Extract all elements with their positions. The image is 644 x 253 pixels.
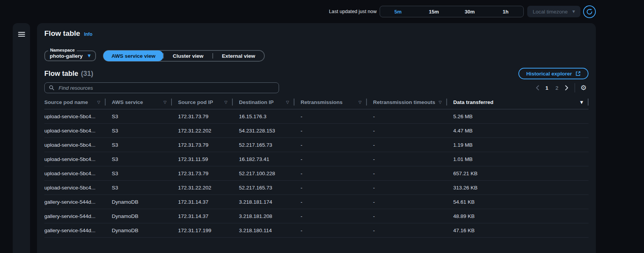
namespace-select[interactable]: Namespace photo-gallery ▼	[44, 50, 96, 61]
table-row[interactable]: upload-service-5bc4...S3172.31.11.5916.1…	[44, 152, 589, 166]
cell-source-pod-name: upload-service-5bc4...	[44, 156, 112, 162]
column-resize-handle[interactable]	[366, 99, 367, 106]
column-header-data-transferred[interactable]: Data transferred▼	[453, 99, 589, 106]
table-row[interactable]: upload-service-5bc4...S3172.31.73.7916.1…	[44, 109, 589, 124]
external-link-icon	[575, 71, 581, 76]
table-row[interactable]: upload-service-5bc4...S3172.31.22.20252.…	[44, 181, 589, 195]
column-resize-handle[interactable]	[588, 99, 589, 106]
column-header-source-pod-name[interactable]: Source pod name▽	[44, 99, 112, 106]
filter-icon[interactable]: ▽	[439, 100, 442, 104]
panel-header: Flow table Info	[44, 29, 589, 38]
cell-destination-ip: 16.182.73.41	[239, 156, 301, 162]
search-input[interactable]	[58, 85, 274, 91]
cell-retransmissions: -	[301, 213, 373, 219]
table-header-row: Source pod name▽AWS service▽Source pod I…	[44, 99, 589, 109]
cell-retransmission-timeouts: -	[373, 228, 453, 233]
table-row[interactable]: upload-service-5bc4...S3172.31.73.7952.2…	[44, 166, 589, 181]
time-range-30m[interactable]: 30m	[452, 6, 488, 17]
cell-source-pod-name: upload-service-5bc4...	[44, 185, 112, 191]
menu-icon	[18, 32, 25, 37]
cell-source-pod-ip: 172.31.14.37	[178, 199, 239, 205]
column-header-retransmissions[interactable]: Retransmissions▽	[301, 99, 373, 106]
filter-icon[interactable]: ▽	[224, 100, 227, 104]
cell-data-transferred: 48.89 KB	[453, 213, 589, 219]
timezone-label: Local timezone	[533, 9, 568, 15]
cell-destination-ip: 16.15.176.3	[239, 114, 301, 119]
column-resize-handle[interactable]	[232, 99, 233, 106]
column-header-source-pod-ip[interactable]: Source pod IP▽	[178, 99, 239, 106]
search-box	[44, 82, 279, 93]
cell-source-pod-ip: 172.31.14.37	[178, 213, 239, 219]
chevron-right-icon	[565, 85, 568, 90]
table-count: (31)	[81, 70, 93, 78]
cell-destination-ip: 52.217.100.228	[239, 171, 301, 176]
previous-page-button[interactable]	[533, 83, 542, 92]
table-row[interactable]: gallery-service-544d...DynamoDB172.31.14…	[44, 195, 589, 209]
filter-icon[interactable]: ▽	[358, 100, 362, 104]
menu-button[interactable]	[17, 30, 26, 39]
table-row[interactable]: gallery-service-544d...DynamoDB172.31.17…	[44, 223, 589, 238]
table-row[interactable]: upload-service-5bc4...S3172.31.22.20254.…	[44, 124, 589, 138]
cell-retransmission-timeouts: -	[373, 128, 453, 134]
cell-source-pod-ip: 172.31.73.79	[178, 171, 239, 176]
cell-source-pod-ip: 172.31.73.79	[178, 114, 239, 119]
cell-source-pod-name: upload-service-5bc4...	[44, 142, 112, 148]
timezone-select[interactable]: Local timezone ▼	[527, 6, 580, 17]
page-1-button[interactable]: 1	[542, 83, 552, 93]
cell-retransmission-timeouts: -	[373, 114, 453, 119]
top-bar: Last updated just now 5m15m30m1h Local t…	[0, 0, 644, 23]
cell-source-pod-ip: 172.31.73.79	[178, 142, 239, 148]
column-header-retransmission-timeouts[interactable]: Retransmission timeouts▽	[373, 99, 453, 106]
page-2-button[interactable]: 2	[552, 83, 562, 93]
cell-aws-service: S3	[112, 171, 178, 176]
cell-retransmissions: -	[301, 171, 373, 176]
refresh-button[interactable]	[583, 5, 596, 18]
refresh-icon	[586, 8, 593, 15]
cell-retransmission-timeouts: -	[373, 171, 453, 176]
column-header-aws-service[interactable]: AWS service▽	[112, 99, 178, 106]
filter-icon[interactable]: ▽	[286, 100, 289, 104]
view-tab-external-view[interactable]: External view	[213, 50, 264, 61]
view-toggle: AWS service viewCluster viewExternal vie…	[103, 50, 265, 62]
namespace-label: Namespace	[48, 48, 77, 52]
view-tab-cluster-view[interactable]: Cluster view	[164, 50, 212, 61]
namespace-caret-icon: ▼	[88, 54, 91, 58]
table-body: upload-service-5bc4...S3172.31.73.7916.1…	[44, 109, 589, 238]
time-range-1h[interactable]: 1h	[488, 6, 523, 17]
cell-retransmissions: -	[301, 228, 373, 233]
page-title: Flow table	[44, 29, 80, 38]
table-row[interactable]: gallery-service-544d...DynamoDB172.31.14…	[44, 209, 589, 223]
cell-source-pod-name: upload-service-5bc4...	[44, 128, 112, 134]
historical-explorer-button[interactable]: Historical explorer	[518, 68, 589, 79]
sort-descending-icon[interactable]: ▼	[580, 100, 583, 104]
table-toolbar: 12 ⚙	[44, 82, 589, 93]
time-range-15m[interactable]: 15m	[416, 6, 452, 17]
pagination: 12 ⚙	[533, 83, 589, 93]
cell-source-pod-name: upload-service-5bc4...	[44, 114, 112, 119]
info-link[interactable]: Info	[84, 32, 92, 37]
column-resize-handle[interactable]	[171, 99, 172, 106]
cell-data-transferred: 313.26 KB	[453, 185, 589, 191]
cell-source-pod-name: gallery-service-544d...	[44, 199, 112, 205]
cell-source-pod-ip: 172.31.11.59	[178, 156, 239, 162]
cell-source-pod-name: upload-service-5bc4...	[44, 171, 112, 176]
column-resize-handle[interactable]	[294, 99, 294, 106]
cell-aws-service: S3	[112, 128, 178, 134]
table-settings-button[interactable]: ⚙	[578, 83, 589, 93]
cell-source-pod-ip: 172.31.17.199	[178, 228, 239, 233]
filter-icon[interactable]: ▽	[163, 100, 166, 104]
column-label: AWS service	[112, 99, 143, 105]
time-range-5m[interactable]: 5m	[380, 6, 416, 17]
table-row[interactable]: upload-service-5bc4...S3172.31.73.7952.2…	[44, 138, 589, 152]
cell-data-transferred: 5.26 MB	[453, 114, 589, 119]
filter-icon[interactable]: ▽	[97, 100, 100, 104]
time-range-group: 5m15m30m1h	[380, 6, 524, 17]
next-page-button[interactable]	[562, 83, 571, 92]
column-resize-handle[interactable]	[446, 99, 447, 106]
column-header-destination-ip[interactable]: Destination IP▽	[239, 99, 301, 106]
cell-retransmissions: -	[301, 128, 373, 134]
column-resize-handle[interactable]	[105, 99, 106, 106]
view-tab-aws-service-view[interactable]: AWS service view	[103, 50, 163, 61]
column-label: Source pod IP	[178, 99, 213, 105]
cell-retransmissions: -	[301, 199, 373, 205]
